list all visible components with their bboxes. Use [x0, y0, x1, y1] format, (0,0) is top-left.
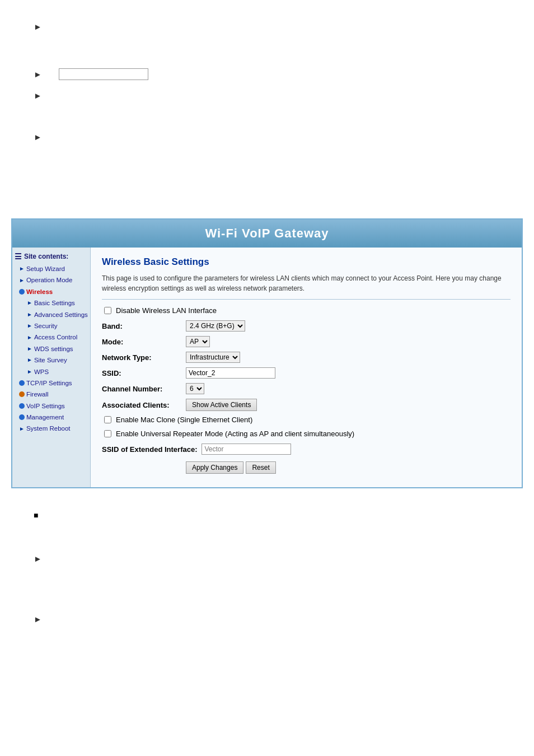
gateway-header: Wi-Fi VoIP Gateway: [12, 220, 522, 248]
ssid-extended-input[interactable]: [202, 444, 291, 455]
bottom-arrow-1: ►: [34, 553, 500, 563]
sidebar-label-wireless: Wireless: [26, 287, 53, 297]
sidebar-item-wds-settings[interactable]: ► WDS settings: [22, 343, 88, 354]
top-arrow-item-2: ►: [34, 68, 500, 80]
main-title: Wireless Basic Settings: [102, 256, 510, 268]
bottom-arrow-icon-1: ►: [34, 554, 42, 563]
channel-row: Channel Number: 6: [102, 383, 510, 394]
bottom-arrow-icon-2: ►: [34, 614, 42, 624]
sidebar-item-voip[interactable]: VoIP Settings: [15, 400, 88, 412]
sidebar-label-firewall: Firewall: [26, 389, 49, 399]
ssid-row: SSID:: [102, 367, 510, 379]
ssid-label: SSID:: [102, 369, 186, 377]
sidebar-item-wireless[interactable]: Wireless: [15, 286, 88, 297]
arrow-icon-4: ►: [34, 132, 42, 142]
mac-clone-checkbox[interactable]: [104, 416, 111, 423]
sidebar-label-operation-mode: Operation Mode: [26, 275, 72, 285]
sidebar-label-wds-settings: WDS settings: [34, 344, 73, 354]
dot-icon-management: [19, 414, 25, 420]
top-arrow-item-1: ►: [34, 21, 500, 31]
associated-clients-row: Associated Clients: Show Active Clients: [102, 399, 510, 411]
dot-icon-tcpip: [19, 380, 25, 386]
sidebar-item-basic-settings[interactable]: ► Basic Settings: [22, 297, 88, 309]
sidebar-item-operation-mode[interactable]: ► Operation Mode: [15, 274, 88, 286]
reset-button[interactable]: Reset: [246, 461, 275, 474]
sidebar-label-wps: WPS: [34, 367, 49, 377]
arrow-icon-as: ►: [27, 310, 32, 319]
arrow-icon-bs: ►: [27, 298, 32, 307]
sidebar-item-system-reboot[interactable]: ► System Reboot: [15, 423, 88, 434]
sidebar-label-setup-wizard: Setup Wizard: [26, 264, 65, 274]
band-label: Band:: [102, 322, 186, 330]
arrow-icon-sr: ►: [19, 424, 25, 433]
arrow-icon-sec: ►: [27, 321, 32, 330]
universal-repeater-row: Enable Universal Repeater Mode (Acting a…: [102, 430, 510, 438]
sidebar-item-tcpip[interactable]: TCP/IP Settings: [15, 377, 88, 389]
network-type-label: Network Type:: [102, 353, 186, 362]
form-buttons-row: Apply Changes Reset: [102, 461, 510, 474]
arrow-icon-om: ►: [19, 276, 25, 285]
arrow-icon-3: ►: [34, 91, 42, 100]
arrow-icon-ac: ►: [27, 333, 32, 342]
sidebar: ☰ Site contents: ► Setup Wizard ► Operat…: [12, 248, 91, 487]
universal-repeater-checkbox[interactable]: [104, 430, 111, 437]
disable-wireless-checkbox[interactable]: [104, 307, 111, 314]
mode-label: Mode:: [102, 338, 186, 346]
sidebar-item-security[interactable]: ► Security: [22, 320, 88, 332]
site-contents-title: ☰ Site contents:: [15, 252, 88, 261]
gateway-block: Wi-Fi VoIP Gateway ☰ Site contents: ► Se…: [11, 218, 523, 488]
sidebar-item-setup-wizard[interactable]: ► Setup Wizard: [15, 263, 88, 274]
arrow-icon-sw: ►: [19, 264, 25, 273]
top-arrow-item-3: ►: [34, 90, 500, 100]
sidebar-item-access-control[interactable]: ► Access Control: [22, 332, 88, 343]
description: This page is used to configure the param…: [102, 273, 510, 300]
mac-clone-row: Enable Mac Clone (Single Ethernet Client…: [102, 416, 510, 424]
mode-select[interactable]: AP: [186, 336, 210, 347]
sidebar-item-advanced-settings[interactable]: ► Advanced Settings: [22, 309, 88, 320]
sidebar-label-tcpip: TCP/IP Settings: [26, 378, 72, 388]
dot-icon-firewall: [19, 391, 25, 397]
bottom-bullet-1: ■: [34, 511, 500, 520]
sidebar-label-basic-settings: Basic Settings: [34, 298, 75, 308]
universal-repeater-label: Enable Universal Repeater Mode (Acting a…: [116, 430, 354, 438]
arrow-icon-2: ►: [34, 69, 42, 79]
top-arrow-item-4: ►: [34, 132, 500, 142]
mode-row: Mode: AP: [102, 336, 510, 347]
ssid-input[interactable]: [186, 367, 275, 379]
sidebar-label-system-reboot: System Reboot: [26, 423, 71, 433]
sidebar-item-firewall[interactable]: Firewall: [15, 389, 88, 400]
associated-clients-label: Associated Clients:: [102, 401, 186, 409]
sidebar-label-site-survey: Site Survey: [34, 355, 67, 365]
network-type-select[interactable]: Infrastructure: [186, 352, 240, 363]
arrow-icon-wps: ►: [27, 367, 32, 376]
sidebar-label-management: Management: [26, 412, 64, 422]
arrow-icon-ss: ►: [27, 356, 32, 365]
top-input-1[interactable]: [59, 68, 148, 80]
bottom-section: ■ ► ►: [0, 494, 534, 690]
gateway-title: Wi-Fi VoIP Gateway: [205, 226, 329, 240]
disable-wireless-row: Disable Wireless LAN Interface: [102, 306, 510, 315]
channel-select[interactable]: 6: [186, 383, 204, 394]
bullet-icon-1: ■: [34, 511, 38, 520]
mac-clone-label: Enable Mac Clone (Single Ethernet Client…: [116, 416, 252, 424]
sidebar-item-wps[interactable]: ► WPS: [22, 366, 88, 377]
list-icon: ☰: [15, 252, 22, 261]
show-active-clients-button[interactable]: Show Active Clients: [186, 399, 257, 411]
arrow-icon-1: ►: [34, 22, 42, 31]
sidebar-item-site-survey[interactable]: ► Site Survey: [22, 354, 88, 366]
sidebar-label-access-control: Access Control: [34, 332, 77, 342]
sidebar-label-advanced-settings: Advanced Settings: [34, 310, 88, 320]
dot-icon-voip: [19, 403, 25, 409]
ssid-extended-row: SSID of Extended Interface:: [102, 444, 510, 455]
band-row: Band: 2.4 GHz (B+G): [102, 320, 510, 332]
main-content: Wireless Basic Settings This page is use…: [91, 248, 522, 487]
sidebar-label-voip: VoIP Settings: [26, 401, 65, 411]
sidebar-item-management[interactable]: Management: [15, 412, 88, 423]
disable-wireless-label: Disable Wireless LAN Interface: [116, 306, 217, 315]
band-select[interactable]: 2.4 GHz (B+G): [186, 320, 245, 332]
top-section: ► ► ► ►: [0, 0, 534, 213]
sidebar-label-security: Security: [34, 321, 58, 331]
apply-changes-button[interactable]: Apply Changes: [186, 461, 243, 474]
channel-label: Channel Number:: [102, 385, 186, 393]
network-type-row: Network Type: Infrastructure: [102, 352, 510, 363]
